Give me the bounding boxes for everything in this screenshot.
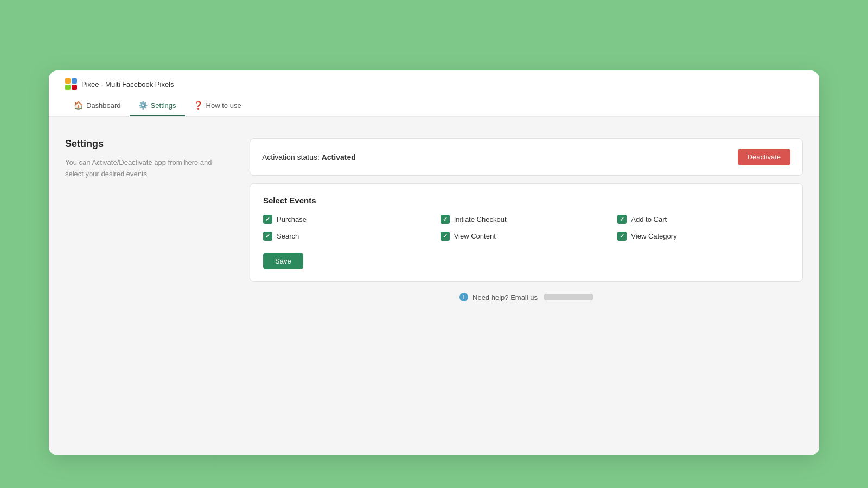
event-checkbox-view-category[interactable] [617,232,627,241]
app-logo-icon [65,78,77,90]
header: Pixee - Multi Facebook Pixels 🏠 Dashboar… [49,70,819,117]
event-checkbox-search[interactable] [263,232,272,241]
tab-dashboard-label: Dashboard [86,101,121,110]
settings-description: You can Activate/Deactivate app from her… [65,157,217,180]
help-row: i Need help? Email us [250,293,803,301]
info-icon: i [459,293,468,301]
app-window: Pixee - Multi Facebook Pixels 🏠 Dashboar… [49,70,819,455]
settings-heading: Settings [65,138,217,150]
svg-rect-2 [65,85,71,90]
svg-rect-0 [65,78,71,84]
deactivate-button[interactable]: Deactivate [738,149,790,165]
event-item-search: Search [263,232,435,241]
activation-card: Activation status: Activated Deactivate [250,138,803,176]
tab-how-to-use[interactable]: ❓ How to use [185,97,250,116]
event-item-view-category: View Category [617,232,789,241]
event-item-add-to-cart: Add to Cart [617,215,789,224]
event-label-add-to-cart: Add to Cart [631,215,667,223]
event-item-initiate-checkout: Initiate Checkout [441,215,612,224]
event-checkbox-view-content[interactable] [441,232,450,241]
left-panel: Settings You can Activate/Deactivate app… [65,138,217,301]
gear-icon: ⚙️ [138,101,148,110]
svg-rect-3 [72,85,77,90]
event-item-view-content: View Content [441,232,612,241]
home-icon: 🏠 [74,101,83,110]
events-grid: Purchase Initiate Checkout Add to Cart S… [263,215,789,241]
app-title-row: Pixee - Multi Facebook Pixels [65,78,803,90]
tab-settings-label: Settings [151,101,176,110]
event-label-purchase: Purchase [277,215,307,223]
event-checkbox-purchase[interactable] [263,215,272,224]
question-icon: ❓ [194,101,203,110]
help-text: Need help? Email us [473,293,538,301]
app-title: Pixee - Multi Facebook Pixels [81,80,174,88]
svg-rect-1 [72,78,77,84]
activation-label: Activation status: [262,153,320,162]
activation-status: Activation status: Activated [262,153,356,162]
nav-tabs: 🏠 Dashboard ⚙️ Settings ❓ How to use [65,97,803,116]
tab-settings[interactable]: ⚙️ Settings [130,97,185,116]
events-card: Select Events Purchase Initiate Checkout… [250,183,803,282]
email-placeholder [544,294,593,300]
events-title: Select Events [263,196,789,205]
tab-dashboard[interactable]: 🏠 Dashboard [65,97,130,116]
event-item-purchase: Purchase [263,215,435,224]
event-label-search: Search [277,232,299,240]
event-checkbox-initiate-checkout[interactable] [441,215,450,224]
event-label-view-category: View Category [631,232,676,240]
event-checkbox-add-to-cart[interactable] [617,215,627,224]
right-panel: Activation status: Activated Deactivate … [250,138,803,301]
event-label-view-content: View Content [454,232,496,240]
tab-how-to-use-label: How to use [206,101,241,110]
save-button[interactable]: Save [263,253,303,269]
content-area: Settings You can Activate/Deactivate app… [49,117,819,323]
activation-status-value: Activated [322,153,356,162]
event-label-initiate-checkout: Initiate Checkout [454,215,507,223]
